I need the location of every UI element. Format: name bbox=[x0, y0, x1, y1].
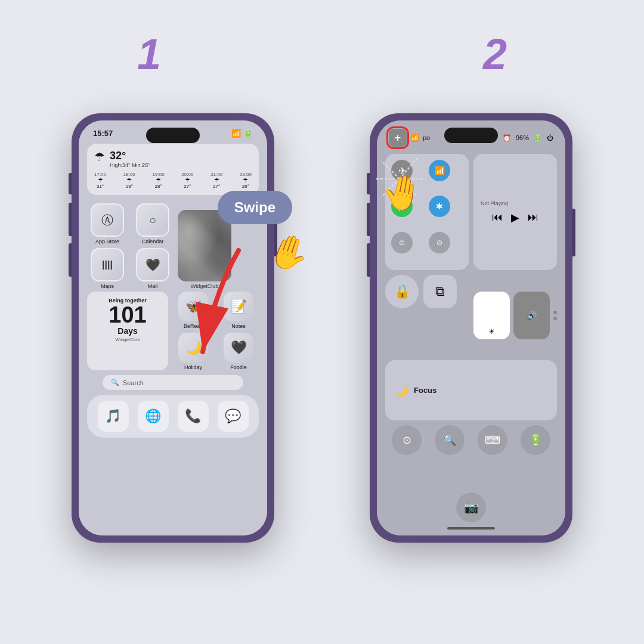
days-number: 101 bbox=[95, 304, 160, 326]
phone2-vol-down[interactable] bbox=[367, 243, 370, 277]
dock-messages[interactable]: 💬 bbox=[218, 401, 249, 432]
volume-down-button[interactable] bbox=[69, 243, 72, 277]
dock: 🎵 🌐 📞 💬 bbox=[87, 395, 259, 438]
bottom-widgets-row: Being together 101 Days WidgetClub 🦋 BeR… bbox=[87, 292, 259, 370]
home-indicator-2 bbox=[447, 527, 495, 530]
alarm-clock-icon: ⏰ bbox=[503, 134, 511, 142]
weather-forecast: 17:00☂31° 18:00☂29° 19:00☂28° 20:00☂27° … bbox=[94, 172, 252, 189]
magnify-btn[interactable]: 🔍 bbox=[435, 425, 465, 455]
hotspot-btn[interactable]: ⊙ bbox=[429, 232, 450, 253]
left-app-col: Ⓐ App Store |||| Maps bbox=[87, 203, 128, 289]
bereal-label: BeReal. bbox=[184, 323, 203, 329]
dock-music[interactable]: 🎵 bbox=[98, 401, 129, 432]
hand-cursor-2: 🤚 bbox=[379, 169, 426, 215]
next-btn[interactable]: ⏭ bbox=[528, 211, 538, 224]
status-icons: 📶 🔋 bbox=[231, 129, 253, 138]
weather-highlow: High:34° Min:25° bbox=[110, 162, 150, 168]
battery-icon: 🔋 bbox=[534, 134, 542, 142]
holiday-label: Holiday bbox=[184, 364, 202, 370]
days-widget[interactable]: Being together 101 Days WidgetClub bbox=[87, 292, 168, 370]
main-container: 1 2 15:57 📶 🔋 bbox=[0, 0, 644, 644]
battery-btn[interactable]: 🔋 bbox=[521, 425, 550, 455]
camera-btn[interactable]: 📷 bbox=[456, 493, 486, 522]
prev-btn[interactable]: ⏮ bbox=[492, 211, 503, 224]
mail-icon[interactable]: 🖤 Mail bbox=[132, 248, 173, 289]
weather-widget[interactable]: ☂ 32° High:34° Min:25° 17:00☂31° 18:00☂2… bbox=[87, 144, 259, 195]
dynamic-island-2 bbox=[444, 128, 498, 143]
weather-icon: ☂ bbox=[94, 150, 105, 164]
dynamic-island-1 bbox=[146, 128, 200, 143]
brightness-slider[interactable]: ☀ bbox=[473, 292, 510, 339]
cc-status-right: ⏰ 96% 🔋 ⏻ bbox=[503, 134, 553, 142]
search-label: Search bbox=[123, 379, 144, 386]
cc-bottom-icons: ⊙ 🔍 ⌨ 🔋 bbox=[385, 425, 557, 488]
bluetooth-btn[interactable]: ✱ bbox=[429, 196, 450, 217]
battery-percent: 96% bbox=[516, 134, 529, 141]
phone2-mute-button[interactable] bbox=[367, 173, 370, 194]
search-bar[interactable]: 🔍 Search bbox=[103, 375, 243, 390]
apps-row4: 🌙 Holiday 🖤 Foodie bbox=[173, 333, 259, 370]
phone1-frame: 15:57 📶 🔋 ☂ 32° High:34° Min:25° bbox=[72, 113, 274, 543]
row-3: 🔒 ⧉ bbox=[385, 275, 469, 355]
signal-bars: 📶 bbox=[410, 134, 419, 142]
screen-record-btn[interactable]: ⊙ bbox=[392, 425, 422, 455]
small-apps-34: 🦋 BeReal. 📝 Notes 🌙 bbox=[173, 292, 259, 370]
widget-image-container: WidgetClub bbox=[178, 210, 231, 289]
sliders: ☀ 🔊 bbox=[473, 275, 557, 355]
carrier-text: po bbox=[423, 134, 430, 141]
widgetclub-image-label: WidgetClub bbox=[191, 283, 219, 289]
bereal-icon[interactable]: 🦋 BeReal. bbox=[173, 292, 213, 329]
focus-label: Focus bbox=[414, 386, 436, 395]
search-icon: 🔍 bbox=[111, 379, 119, 386]
notes-icon[interactable]: 📝 Notes bbox=[218, 292, 259, 329]
holiday-icon[interactable]: 🌙 Holiday bbox=[173, 333, 213, 370]
cc-camera-row: 📷 bbox=[377, 490, 565, 525]
screen-mirror-btn[interactable]: ⧉ bbox=[423, 275, 457, 308]
airdrop-btn[interactable]: ⊙ bbox=[391, 232, 413, 253]
swipe-bubble: Swipe bbox=[218, 191, 292, 224]
slider-side-dots bbox=[553, 311, 557, 320]
calendar-label: Calendar bbox=[142, 239, 164, 244]
app-store-icon[interactable]: Ⓐ App Store bbox=[87, 203, 128, 244]
volume-up-button[interactable] bbox=[69, 203, 72, 236]
dock-phone[interactable]: 📞 bbox=[178, 401, 209, 432]
focus-moon-icon: 🌙 bbox=[395, 384, 408, 397]
widget-image[interactable] bbox=[178, 210, 231, 281]
plus-button[interactable]: + bbox=[389, 129, 407, 147]
maps-icon[interactable]: |||| Maps bbox=[87, 248, 128, 289]
mail-label: Mail bbox=[148, 283, 158, 289]
days-label: Days bbox=[95, 326, 160, 336]
wifi-btn[interactable]: 📶 bbox=[429, 160, 450, 181]
media-player[interactable]: Not Playing ⏮ ▶ ⏭ bbox=[473, 154, 557, 270]
maps-label: Maps bbox=[101, 283, 114, 289]
notes-label: Notes bbox=[231, 323, 246, 329]
step1-number: 1 bbox=[137, 30, 161, 79]
phone2-power-button[interactable] bbox=[572, 209, 575, 256]
dock-safari[interactable]: 🌐 bbox=[138, 401, 169, 432]
mute-button[interactable] bbox=[69, 173, 72, 194]
foodie-icon[interactable]: 🖤 Foodie bbox=[218, 333, 259, 370]
weather-temp: 32° bbox=[110, 150, 150, 162]
focus-button[interactable]: 🌙 Focus bbox=[385, 360, 557, 420]
phone1-content: 15:57 📶 🔋 ☂ 32° High:34° Min:25° bbox=[79, 120, 267, 535]
phone2-wrapper: + 📶 po ⏰ 96% 🔋 ⏻ bbox=[370, 113, 572, 543]
calculator-btn[interactable]: ⌨ bbox=[478, 425, 507, 455]
plus-button-container: + bbox=[389, 129, 407, 147]
right-app-col: ○ Calendar 🖤 Mail bbox=[132, 203, 173, 289]
days-subtext: WidgetClub bbox=[95, 337, 160, 342]
lock-rotation-btn[interactable]: 🔒 bbox=[385, 275, 419, 308]
calendar-icon[interactable]: ○ Calendar bbox=[132, 203, 173, 244]
media-label: Not Playing bbox=[481, 200, 550, 206]
volume-slider[interactable]: 🔊 bbox=[513, 292, 550, 339]
phone2-vol-up[interactable] bbox=[367, 203, 370, 236]
cc-status-left: + 📶 po bbox=[389, 129, 430, 147]
phone1-screen: 15:57 📶 🔋 ☂ 32° High:34° Min:25° bbox=[79, 120, 267, 535]
play-btn[interactable]: ▶ bbox=[511, 211, 519, 224]
app-store-label: App Store bbox=[95, 239, 119, 244]
step2-number: 2 bbox=[483, 30, 507, 79]
foodie-label: Foodie bbox=[230, 364, 247, 370]
media-controls: ⏮ ▶ ⏭ bbox=[481, 211, 550, 224]
power-icon: ⏻ bbox=[547, 134, 553, 141]
apps-row3: 🦋 BeReal. 📝 Notes bbox=[173, 292, 259, 329]
phone1-wrapper: 15:57 📶 🔋 ☂ 32° High:34° Min:25° bbox=[72, 113, 274, 543]
